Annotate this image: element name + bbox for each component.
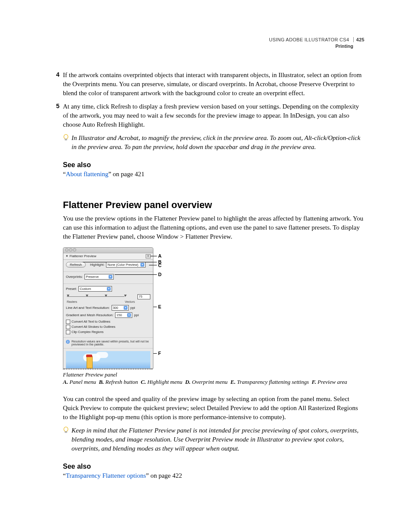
- link-about-flattening[interactable]: About flattening: [66, 171, 109, 177]
- callout-c: C: [158, 263, 162, 268]
- checkbox-text-outlines[interactable]: Convert All Text to Outlines: [66, 320, 150, 324]
- window-button: [65, 248, 68, 252]
- body-paragraph: You can control the speed and quality of…: [63, 395, 364, 422]
- step-number: 4: [51, 71, 59, 98]
- step-4: 4 If the artwork contains overprinted ob…: [63, 71, 364, 98]
- panel-tab-title: ✦ Flattener Preview: [65, 254, 96, 258]
- highlight-label: Highlight:: [90, 263, 104, 267]
- gradient-combo[interactable]: 150▾: [115, 312, 132, 318]
- see-also-line: “About flattening” on page 421: [63, 170, 364, 179]
- doc-title: USING ADOBE ILLUSTRATOR CS4: [269, 37, 349, 42]
- page-number: 425: [353, 37, 364, 42]
- preset-combo[interactable]: Custom▾: [78, 286, 112, 292]
- refresh-button[interactable]: Refresh: [66, 262, 86, 268]
- gradient-label: Gradient and Mesh Resolution:: [66, 313, 113, 317]
- panel-titlebar: [63, 248, 153, 253]
- figure-caption: Flattener Preview panel A. Panel menu B.…: [63, 371, 364, 386]
- chevron-down-icon: ▾: [107, 287, 111, 291]
- page-header: USING ADOBE ILLUSTRATOR CS4 425 Printing: [63, 37, 364, 50]
- chevron-down-icon: ▾: [124, 306, 128, 310]
- see-also-heading: See also: [63, 463, 364, 470]
- see-also-heading: See also: [63, 161, 364, 169]
- checkbox-clip-complex[interactable]: Clip Complex Regions: [66, 330, 150, 334]
- step-number: 5: [51, 102, 59, 129]
- overprints-label: Overprints:: [66, 275, 83, 279]
- tip-note: Keep in mind that the Flattener Preview …: [63, 426, 364, 453]
- step-list: 4 If the artwork contains overprinted ob…: [63, 71, 364, 129]
- svg-rect-1: [65, 139, 67, 140]
- intro-paragraph: You use the preview options in the Flatt…: [63, 214, 364, 241]
- section-name: Printing: [63, 43, 364, 50]
- checkbox-icon: [66, 330, 70, 334]
- callout-d: D: [158, 272, 162, 277]
- flattener-preview-panel: ✦ Flattener Preview ≡ Refresh Highlight:…: [63, 247, 153, 369]
- checkbox-icon: [66, 325, 70, 329]
- window-button: [69, 248, 72, 252]
- callout-e: E: [158, 304, 161, 309]
- lineart-label: Line Art and Text Resolution:: [66, 306, 110, 310]
- svg-point-2: [64, 427, 68, 432]
- tip-text: Keep in mind that the Flattener Preview …: [72, 426, 364, 453]
- chevron-down-icon: ▾: [127, 313, 131, 317]
- slider-left-label: Rasters: [67, 300, 77, 303]
- callout-a: A: [158, 253, 162, 258]
- preview-area[interactable]: [66, 351, 150, 368]
- step-5: 5 At any time, click Refresh to display …: [63, 102, 364, 129]
- step-text: If the artwork contains overprinted obje…: [63, 71, 364, 98]
- panel-menu-button[interactable]: ≡: [146, 254, 151, 258]
- info-note: i Resolution values are saved within pre…: [66, 340, 150, 346]
- callout-f: F: [158, 351, 161, 356]
- figure: ✦ Flattener Preview ≡ Refresh Highlight:…: [63, 247, 364, 386]
- lightbulb-icon: [63, 426, 70, 437]
- lightbulb-icon: [63, 134, 70, 144]
- chevron-down-icon: ▾: [109, 275, 112, 279]
- ppi-label: ppi: [131, 306, 135, 310]
- link-transparency-flattener-options[interactable]: Transparency Flattener options: [66, 472, 146, 479]
- checkbox-strokes-outlines[interactable]: Convert All Strokes to Outlines: [66, 325, 150, 329]
- svg-rect-3: [65, 431, 67, 432]
- chevron-down-icon: ▾: [140, 263, 144, 267]
- step-text: At any time, click Refresh to display a …: [63, 102, 364, 129]
- checkbox-icon: [66, 320, 70, 324]
- tip-note: In Illustrator and Acrobat, to magnify t…: [63, 134, 364, 152]
- tip-text: In Illustrator and Acrobat, to magnify t…: [72, 134, 364, 152]
- window-button: [73, 248, 76, 252]
- slider-value[interactable]: 75: [137, 294, 150, 299]
- ppi-label: ppi: [134, 313, 139, 317]
- lineart-combo[interactable]: 300▾: [112, 305, 129, 311]
- see-also-line: “Transparency Flattener options” on page…: [63, 471, 364, 480]
- section-heading: Flattener Preview panel overview: [63, 199, 364, 211]
- raster-vector-slider[interactable]: [67, 294, 125, 299]
- highlight-combo[interactable]: None (Color Preview)▾: [106, 262, 146, 268]
- slider-right-label: Vectors: [125, 300, 135, 303]
- info-icon: i: [66, 340, 70, 344]
- svg-point-0: [64, 134, 68, 139]
- preset-label: Preset:: [66, 287, 77, 291]
- caption-title: Flattener Preview panel: [63, 371, 364, 379]
- panel-tab-row: ✦ Flattener Preview ≡: [63, 253, 153, 260]
- overprints-combo[interactable]: Preserve▾: [84, 274, 114, 280]
